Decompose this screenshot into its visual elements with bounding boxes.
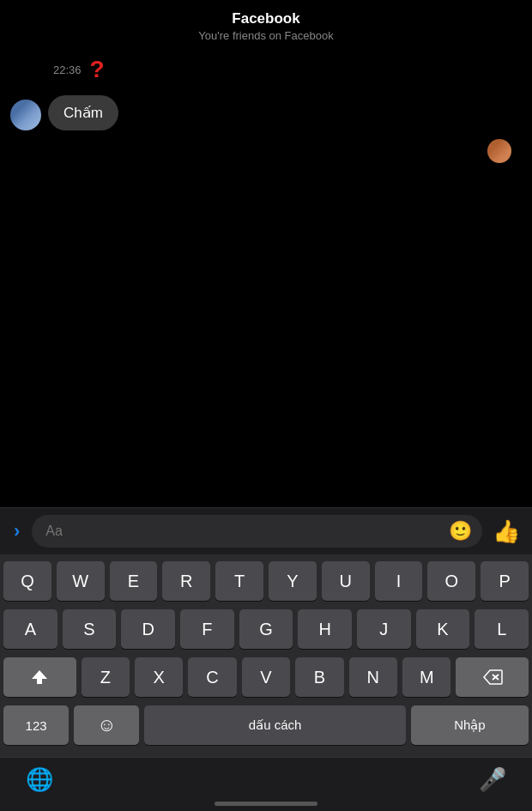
numbers-key[interactable]: 123: [3, 705, 69, 745]
home-bar: [215, 802, 317, 806]
input-wrapper: 🙂: [32, 515, 482, 548]
expand-button[interactable]: ›: [9, 517, 25, 546]
key-q[interactable]: Q: [3, 561, 51, 601]
enter-key[interactable]: Nhập: [411, 705, 529, 745]
timestamp-row: 22:36 ?: [10, 56, 522, 83]
input-bar: › 🙂 👍: [0, 507, 532, 554]
key-v[interactable]: V: [242, 657, 290, 697]
keyboard: Q W E R T Y U I O P A S D F G H J K L Z …: [0, 554, 532, 757]
keyboard-row-4: 123 ☺ dấu cách Nhập: [3, 705, 529, 745]
key-x[interactable]: X: [135, 657, 183, 697]
key-w[interactable]: W: [57, 561, 105, 601]
key-j[interactable]: J: [357, 609, 411, 649]
backspace-key[interactable]: [456, 657, 529, 697]
key-l[interactable]: L: [475, 609, 529, 649]
header: Facebook You're friends on Facebook: [0, 0, 532, 49]
message-input[interactable]: [32, 515, 482, 548]
key-i[interactable]: I: [375, 561, 423, 601]
emoji-key[interactable]: ☺: [74, 705, 139, 745]
shift-key[interactable]: [3, 657, 76, 697]
chat-area: 22:36 ? Chấm: [0, 49, 532, 507]
question-mark-icon: ?: [90, 56, 105, 83]
key-s[interactable]: S: [63, 609, 117, 649]
key-e[interactable]: E: [110, 561, 158, 601]
message-bubble-left: Chấm: [48, 95, 118, 130]
message-row-left: Chấm: [10, 95, 522, 130]
keyboard-row-2: A S D F G H J K L: [3, 609, 529, 649]
key-b[interactable]: B: [295, 657, 343, 697]
timestamp: 22:36: [53, 64, 82, 76]
keyboard-row-3: Z X C V B N M: [3, 657, 529, 697]
key-c[interactable]: C: [188, 657, 236, 697]
key-o[interactable]: O: [427, 561, 475, 601]
avatar-left: [10, 100, 41, 130]
key-g[interactable]: G: [239, 609, 293, 649]
emoji-picker-icon[interactable]: 🙂: [449, 520, 472, 542]
key-f[interactable]: F: [180, 609, 234, 649]
key-u[interactable]: U: [322, 561, 370, 601]
header-title: Facebook: [0, 10, 532, 27]
bottom-bar: 🌐 🎤: [0, 757, 532, 798]
like-button[interactable]: 👍: [489, 518, 523, 545]
shift-icon: [30, 668, 49, 687]
key-d[interactable]: D: [121, 609, 175, 649]
key-a[interactable]: A: [3, 609, 57, 649]
globe-icon[interactable]: 🌐: [26, 766, 53, 793]
microphone-icon[interactable]: 🎤: [479, 766, 506, 793]
key-h[interactable]: H: [298, 609, 352, 649]
avatar-right-small: [487, 139, 511, 163]
key-t[interactable]: T: [215, 561, 263, 601]
key-z[interactable]: Z: [82, 657, 130, 697]
key-k[interactable]: K: [416, 609, 470, 649]
message-row-right: [10, 139, 522, 163]
spacebar-key[interactable]: dấu cách: [144, 705, 406, 745]
keyboard-row-1: Q W E R T Y U I O P: [3, 561, 529, 601]
key-r[interactable]: R: [162, 561, 210, 601]
avatar-image-left: [10, 100, 41, 130]
home-indicator: [0, 798, 532, 811]
key-n[interactable]: N: [349, 657, 397, 697]
backspace-icon: [482, 669, 503, 685]
key-y[interactable]: Y: [269, 561, 317, 601]
key-p[interactable]: P: [481, 561, 529, 601]
key-m[interactable]: M: [402, 657, 450, 697]
header-subtitle: You're friends on Facebook: [0, 29, 532, 42]
